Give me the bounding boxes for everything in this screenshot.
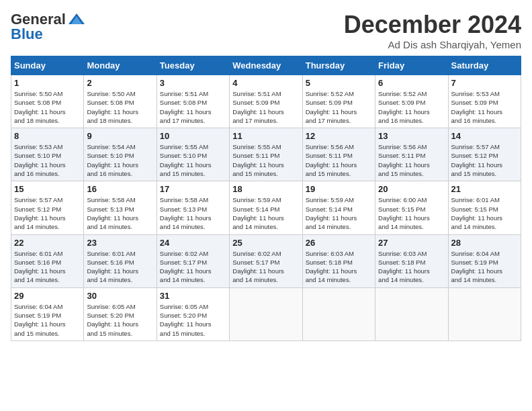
logo-icon: [67, 12, 86, 27]
table-row: 15Sunrise: 5:57 AM Sunset: 5:12 PM Dayli…: [11, 181, 84, 234]
day-info: Sunrise: 5:53 AM Sunset: 5:10 PM Dayligh…: [14, 142, 81, 178]
day-info: Sunrise: 5:56 AM Sunset: 5:11 PM Dayligh…: [378, 142, 445, 178]
table-row: 14Sunrise: 5:57 AM Sunset: 5:12 PM Dayli…: [448, 128, 521, 181]
calendar-table: Sunday Monday Tuesday Wednesday Thursday…: [11, 56, 521, 341]
table-row: 24Sunrise: 6:02 AM Sunset: 5:17 PM Dayli…: [157, 234, 229, 287]
day-number: 17: [160, 184, 226, 194]
day-info: Sunrise: 6:00 AM Sunset: 5:15 PM Dayligh…: [378, 195, 445, 231]
day-number: 26: [306, 238, 372, 248]
table-row: 11Sunrise: 5:55 AM Sunset: 5:11 PM Dayli…: [230, 128, 302, 181]
day-info: Sunrise: 6:05 AM Sunset: 5:20 PM Dayligh…: [160, 302, 226, 338]
table-row: 28Sunrise: 6:04 AM Sunset: 5:19 PM Dayli…: [448, 234, 521, 287]
day-number: 20: [378, 184, 445, 194]
table-row: 17Sunrise: 5:58 AM Sunset: 5:13 PM Dayli…: [157, 181, 229, 234]
day-info: Sunrise: 5:51 AM Sunset: 5:09 PM Dayligh…: [232, 89, 299, 125]
table-row: 16Sunrise: 5:58 AM Sunset: 5:13 PM Dayli…: [84, 181, 157, 234]
day-number: 31: [160, 291, 226, 301]
day-info: Sunrise: 6:03 AM Sunset: 5:18 PM Dayligh…: [378, 249, 445, 285]
day-info: Sunrise: 6:05 AM Sunset: 5:20 PM Dayligh…: [87, 302, 153, 338]
day-number: 9: [87, 131, 153, 141]
table-row: 3Sunrise: 5:51 AM Sunset: 5:08 PM Daylig…: [157, 75, 229, 128]
day-info: Sunrise: 6:02 AM Sunset: 5:17 PM Dayligh…: [232, 249, 299, 285]
day-info: Sunrise: 5:59 AM Sunset: 5:14 PM Dayligh…: [306, 195, 372, 231]
day-number: 11: [232, 131, 299, 141]
location-title: Ad Dis ash Sharqiyah, Yemen: [344, 39, 521, 50]
header-thursday: Thursday: [302, 56, 375, 75]
day-info: Sunrise: 5:53 AM Sunset: 5:09 PM Dayligh…: [451, 89, 518, 125]
header-tuesday: Tuesday: [157, 56, 229, 75]
day-info: Sunrise: 5:58 AM Sunset: 5:13 PM Dayligh…: [160, 195, 226, 231]
day-number: 2: [87, 78, 153, 88]
table-row: 26Sunrise: 6:03 AM Sunset: 5:18 PM Dayli…: [302, 234, 375, 287]
day-number: 23: [87, 238, 153, 248]
header-saturday: Saturday: [448, 56, 521, 75]
header: General Blue December 2024 Ad Dis ash Sh…: [11, 11, 521, 50]
day-info: Sunrise: 5:57 AM Sunset: 5:12 PM Dayligh…: [14, 195, 81, 231]
table-row: 23Sunrise: 6:01 AM Sunset: 5:16 PM Dayli…: [84, 234, 157, 287]
day-number: 18: [232, 184, 299, 194]
calendar-week-row: 22Sunrise: 6:01 AM Sunset: 5:16 PM Dayli…: [11, 234, 521, 287]
table-row: 10Sunrise: 5:55 AM Sunset: 5:10 PM Dayli…: [157, 128, 229, 181]
calendar-week-row: 8Sunrise: 5:53 AM Sunset: 5:10 PM Daylig…: [11, 128, 521, 181]
table-row: 31Sunrise: 6:05 AM Sunset: 5:20 PM Dayli…: [157, 287, 229, 340]
day-info: Sunrise: 5:50 AM Sunset: 5:08 PM Dayligh…: [14, 89, 81, 125]
table-row: 7Sunrise: 5:53 AM Sunset: 5:09 PM Daylig…: [448, 75, 521, 128]
day-number: 28: [451, 238, 518, 248]
day-number: 13: [378, 131, 445, 141]
table-row: 8Sunrise: 5:53 AM Sunset: 5:10 PM Daylig…: [11, 128, 84, 181]
day-info: Sunrise: 6:03 AM Sunset: 5:18 PM Dayligh…: [306, 249, 372, 285]
table-row: 2Sunrise: 5:50 AM Sunset: 5:08 PM Daylig…: [84, 75, 157, 128]
calendar-week-row: 1Sunrise: 5:50 AM Sunset: 5:08 PM Daylig…: [11, 75, 521, 128]
table-row: 13Sunrise: 5:56 AM Sunset: 5:11 PM Dayli…: [375, 128, 448, 181]
table-row: 20Sunrise: 6:00 AM Sunset: 5:15 PM Dayli…: [375, 181, 448, 234]
table-row: 6Sunrise: 5:52 AM Sunset: 5:09 PM Daylig…: [375, 75, 448, 128]
table-row: 5Sunrise: 5:52 AM Sunset: 5:09 PM Daylig…: [302, 75, 375, 128]
day-number: 7: [451, 78, 518, 88]
table-row: 1Sunrise: 5:50 AM Sunset: 5:08 PM Daylig…: [11, 75, 84, 128]
day-info: Sunrise: 6:01 AM Sunset: 5:16 PM Dayligh…: [87, 249, 153, 285]
day-info: Sunrise: 5:59 AM Sunset: 5:14 PM Dayligh…: [232, 195, 299, 231]
logo-blue-text: Blue: [11, 26, 43, 43]
table-row: [448, 287, 521, 340]
day-info: Sunrise: 5:57 AM Sunset: 5:12 PM Dayligh…: [451, 142, 518, 178]
day-number: 27: [378, 238, 445, 248]
day-info: Sunrise: 5:52 AM Sunset: 5:09 PM Dayligh…: [378, 89, 445, 125]
table-row: 27Sunrise: 6:03 AM Sunset: 5:18 PM Dayli…: [375, 234, 448, 287]
table-row: [302, 287, 375, 340]
day-number: 8: [14, 131, 81, 141]
day-number: 10: [160, 131, 226, 141]
day-number: 16: [87, 184, 153, 194]
day-info: Sunrise: 5:54 AM Sunset: 5:10 PM Dayligh…: [87, 142, 153, 178]
day-number: 25: [232, 238, 299, 248]
table-row: 12Sunrise: 5:56 AM Sunset: 5:11 PM Dayli…: [302, 128, 375, 181]
day-info: Sunrise: 6:04 AM Sunset: 5:19 PM Dayligh…: [14, 302, 81, 338]
table-row: [375, 287, 448, 340]
month-title: December 2024: [344, 11, 521, 39]
day-number: 22: [14, 238, 81, 248]
day-info: Sunrise: 6:01 AM Sunset: 5:15 PM Dayligh…: [451, 195, 518, 231]
table-row: 9Sunrise: 5:54 AM Sunset: 5:10 PM Daylig…: [84, 128, 157, 181]
day-number: 5: [306, 78, 372, 88]
header-monday: Monday: [84, 56, 157, 75]
day-number: 3: [160, 78, 226, 88]
table-row: 25Sunrise: 6:02 AM Sunset: 5:17 PM Dayli…: [230, 234, 302, 287]
table-row: 18Sunrise: 5:59 AM Sunset: 5:14 PM Dayli…: [230, 181, 302, 234]
header-sunday: Sunday: [11, 56, 84, 75]
day-number: 6: [378, 78, 445, 88]
header-wednesday: Wednesday: [230, 56, 302, 75]
days-header-row: Sunday Monday Tuesday Wednesday Thursday…: [11, 56, 521, 75]
calendar-week-row: 29Sunrise: 6:04 AM Sunset: 5:19 PM Dayli…: [11, 287, 521, 340]
day-info: Sunrise: 6:02 AM Sunset: 5:17 PM Dayligh…: [160, 249, 226, 285]
day-number: 19: [306, 184, 372, 194]
day-info: Sunrise: 6:04 AM Sunset: 5:19 PM Dayligh…: [451, 249, 518, 285]
day-number: 30: [87, 291, 153, 301]
day-info: Sunrise: 5:52 AM Sunset: 5:09 PM Dayligh…: [306, 89, 372, 125]
calendar-week-row: 15Sunrise: 5:57 AM Sunset: 5:12 PM Dayli…: [11, 181, 521, 234]
day-number: 12: [306, 131, 372, 141]
day-number: 29: [14, 291, 81, 301]
table-row: [230, 287, 302, 340]
day-info: Sunrise: 5:56 AM Sunset: 5:11 PM Dayligh…: [306, 142, 372, 178]
table-row: 29Sunrise: 6:04 AM Sunset: 5:19 PM Dayli…: [11, 287, 84, 340]
day-number: 1: [14, 78, 81, 88]
day-number: 21: [451, 184, 518, 194]
